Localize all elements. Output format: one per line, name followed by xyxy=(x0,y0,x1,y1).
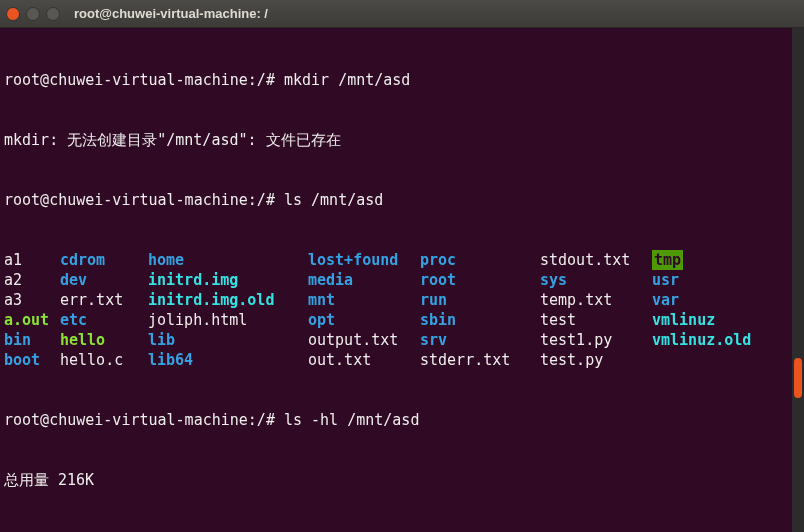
ls-entry: lost+found xyxy=(308,250,420,270)
ls-entry: home xyxy=(148,250,308,270)
ls-entry: boot xyxy=(4,350,60,370)
terminal-body[interactable]: root@chuwei-virtual-machine:/# mkdir /mn… xyxy=(0,28,804,532)
ls-row: boothello.clib64out.txtstderr.txttest.py xyxy=(4,350,800,370)
ls-entry: stderr.txt xyxy=(420,350,540,370)
ls-entry: etc xyxy=(60,310,148,330)
ls-row: a1cdromhomelost+foundprocstdout.txttmp xyxy=(4,250,800,270)
prompt-line: root@chuwei-virtual-machine:/# ls -hl /m… xyxy=(4,410,800,430)
ls-entry: stdout.txt xyxy=(540,250,652,270)
ls-entry: vmlinuz xyxy=(652,310,715,330)
ls-entry: media xyxy=(308,270,420,290)
scrollbar-thumb[interactable] xyxy=(794,358,802,398)
ls-entry: a3 xyxy=(4,290,60,310)
ls-entry: initrd.img.old xyxy=(148,290,308,310)
prompt: root@chuwei-virtual-machine:/# xyxy=(4,191,275,209)
total-line: 总用量 216K xyxy=(4,470,800,490)
ls-entry: temp.txt xyxy=(540,290,652,310)
ls-entry: test xyxy=(540,310,652,330)
ls-entry: proc xyxy=(420,250,540,270)
ls-entry: a1 xyxy=(4,250,60,270)
ls-entry: run xyxy=(420,290,540,310)
ls-entry: opt xyxy=(308,310,420,330)
ls-row: a2devinitrd.imgmediarootsysusr xyxy=(4,270,800,290)
ls-entry: err.txt xyxy=(60,290,148,310)
ls-entry: test.py xyxy=(540,350,652,370)
ls-entry: hello.c xyxy=(60,350,148,370)
ls-entry: lib64 xyxy=(148,350,308,370)
minimize-icon[interactable] xyxy=(26,7,40,21)
ls-entry: vmlinuz.old xyxy=(652,330,751,350)
ls-entry: out.txt xyxy=(308,350,420,370)
ls-entry: mnt xyxy=(308,290,420,310)
ls-entry: dev xyxy=(60,270,148,290)
maximize-icon[interactable] xyxy=(46,7,60,21)
prompt-line: root@chuwei-virtual-machine:/# ls /mnt/a… xyxy=(4,190,800,210)
ls-entry: hello xyxy=(60,330,148,350)
close-icon[interactable] xyxy=(6,7,20,21)
ls-entry: sbin xyxy=(420,310,540,330)
ls-row: a.outetcjoliph.htmloptsbintestvmlinuz xyxy=(4,310,800,330)
ls-entry: a2 xyxy=(4,270,60,290)
command-text: ls /mnt/asd xyxy=(284,191,383,209)
ls-entry: a.out xyxy=(4,310,60,330)
ls-entry: bin xyxy=(4,330,60,350)
prompt: root@chuwei-virtual-machine:/# xyxy=(4,411,275,429)
ls-entry: usr xyxy=(652,270,679,290)
ls-entry: cdrom xyxy=(60,250,148,270)
ls-entry: test1.py xyxy=(540,330,652,350)
ls-entry: tmp xyxy=(652,250,683,270)
ls-entry: lib xyxy=(148,330,308,350)
ls-entry: output.txt xyxy=(308,330,420,350)
window-titlebar: root@chuwei-virtual-machine: / xyxy=(0,0,804,28)
ls-entry: initrd.img xyxy=(148,270,308,290)
scrollbar[interactable] xyxy=(792,28,804,532)
ls-entry: joliph.html xyxy=(148,310,308,330)
ls-entry: srv xyxy=(420,330,540,350)
prompt-line: root@chuwei-virtual-machine:/# mkdir /mn… xyxy=(4,70,800,90)
ls-entry: sys xyxy=(540,270,652,290)
ls-entry: root xyxy=(420,270,540,290)
error-output: mkdir: 无法创建目录"/mnt/asd": 文件已存在 xyxy=(4,130,800,150)
command-text: ls -hl /mnt/asd xyxy=(284,411,419,429)
prompt: root@chuwei-virtual-machine:/# xyxy=(4,71,275,89)
ls-row: a3err.txtinitrd.img.oldmntruntemp.txtvar xyxy=(4,290,800,310)
ls-output: a1cdromhomelost+foundprocstdout.txttmpa2… xyxy=(4,250,800,370)
window-title: root@chuwei-virtual-machine: / xyxy=(74,4,268,24)
command-text: mkdir /mnt/asd xyxy=(284,71,410,89)
ls-row: binhelloliboutput.txtsrvtest1.pyvmlinuz.… xyxy=(4,330,800,350)
ls-entry: var xyxy=(652,290,679,310)
